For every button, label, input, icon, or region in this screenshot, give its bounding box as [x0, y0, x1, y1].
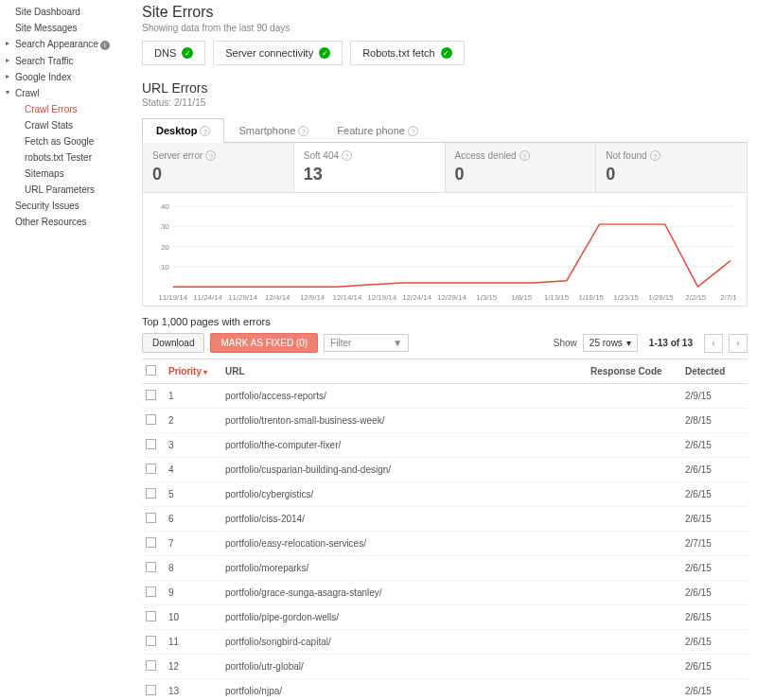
mark-fixed-button[interactable]: MARK AS FIXED (0): [210, 333, 318, 353]
row-url[interactable]: portfolio/access-reports/: [221, 384, 587, 409]
help-icon[interactable]: ?: [298, 126, 308, 136]
status-robots[interactable]: Robots.txt fetch✓: [350, 41, 464, 65]
svg-text:1/28/15: 1/28/15: [648, 293, 674, 302]
row-checkbox[interactable]: [146, 660, 156, 671]
row-url[interactable]: portfolio/cusparian-building-and-design/: [221, 458, 587, 482]
table-row[interactable]: 2 portfolio/trenton-small-business-week/…: [142, 409, 748, 433]
nav-search-appearance[interactable]: Search Appearancei: [0, 36, 132, 53]
table-row[interactable]: 9 portfolio/grace-sunga-asagra-stanley/ …: [142, 581, 748, 605]
nav-other-resources[interactable]: Other Resources: [0, 214, 132, 230]
row-url[interactable]: portfolio/grace-sunga-asagra-stanley/: [221, 581, 587, 605]
table-row[interactable]: 12 portfolio/utr-global/ 2/6/15: [142, 655, 748, 679]
stat-access-denied[interactable]: Access denied? 0: [446, 143, 597, 192]
table-row[interactable]: 10 portfolio/pipe-gordon-wells/ 2/6/15: [142, 605, 748, 630]
tab-desktop[interactable]: Desktop?: [142, 118, 224, 143]
nav-url-parameters[interactable]: URL Parameters: [0, 182, 132, 198]
col-url[interactable]: URL: [221, 359, 587, 384]
help-icon[interactable]: ?: [519, 150, 530, 161]
svg-text:20: 20: [161, 243, 169, 252]
nav-fetch-google[interactable]: Fetch as Google: [0, 133, 132, 149]
prev-page-button[interactable]: ‹: [704, 334, 723, 353]
row-url[interactable]: portfolio/moreparks/: [221, 556, 587, 581]
svg-text:40: 40: [161, 202, 169, 211]
nav-google-index[interactable]: Google Index: [0, 69, 132, 85]
row-detected: 2/6/15: [681, 581, 748, 605]
row-checkbox[interactable]: [146, 537, 156, 548]
row-detected: 2/8/15: [681, 409, 748, 433]
table-row[interactable]: 3 portfolio/the-computer-fixer/ 2/6/15: [142, 433, 748, 458]
row-url[interactable]: portfolio/the-computer-fixer/: [221, 433, 587, 458]
row-url[interactable]: portfolio/ciss-2014/: [221, 507, 587, 532]
nav-site-messages[interactable]: Site Messages: [0, 20, 132, 36]
help-icon[interactable]: ?: [200, 126, 210, 136]
table-row[interactable]: 6 portfolio/ciss-2014/ 2/6/15: [142, 507, 748, 532]
row-response: [587, 630, 681, 655]
status-server[interactable]: Server connectivity✓: [213, 41, 343, 65]
row-detected: 2/6/15: [681, 482, 748, 507]
row-response: [587, 679, 681, 701]
table-row[interactable]: 4 portfolio/cusparian-building-and-desig…: [142, 458, 748, 482]
row-url[interactable]: portfolio/utr-global/: [221, 655, 587, 679]
row-checkbox[interactable]: [146, 488, 156, 499]
row-detected: 2/6/15: [681, 556, 748, 581]
sidebar: Site Dashboard Site Messages Search Appe…: [0, 0, 132, 700]
filter-input[interactable]: Filter▼: [324, 334, 409, 352]
table-row[interactable]: 13 portfolio/njpa/ 2/6/15: [142, 679, 748, 701]
row-checkbox[interactable]: [146, 414, 156, 425]
svg-text:12/9/14: 12/9/14: [300, 293, 326, 302]
stat-soft-404[interactable]: Soft 404? 13: [294, 143, 446, 192]
row-checkbox[interactable]: [146, 464, 156, 474]
row-checkbox[interactable]: [146, 562, 156, 572]
download-button[interactable]: Download: [142, 333, 204, 353]
tab-smartphone[interactable]: Smartphone?: [224, 118, 323, 143]
nav-crawl[interactable]: Crawl: [0, 85, 132, 101]
table-row[interactable]: 8 portfolio/moreparks/ 2/6/15: [142, 556, 748, 581]
nav-search-traffic[interactable]: Search Traffic: [0, 53, 132, 69]
row-url[interactable]: portfolio/pipe-gordon-wells/: [221, 605, 587, 630]
row-url[interactable]: portfolio/njpa/: [221, 679, 587, 701]
table-row[interactable]: 11 portfolio/songbird-capital/ 2/6/15: [142, 630, 748, 655]
table-row[interactable]: 7 portfolio/easy-relocation-services/ 2/…: [142, 532, 748, 556]
row-url[interactable]: portfolio/cybergistics/: [221, 482, 587, 507]
help-icon[interactable]: ?: [650, 150, 660, 161]
nav-crawl-errors[interactable]: Crawl Errors: [0, 101, 132, 117]
chart-svg: 1020304011/19/1411/24/1411/29/1412/4/141…: [152, 202, 737, 302]
row-checkbox[interactable]: [146, 685, 156, 695]
nav-robots-tester[interactable]: robots.txt Tester: [0, 149, 132, 166]
table-row[interactable]: 5 portfolio/cybergistics/ 2/6/15: [142, 482, 748, 507]
col-priority[interactable]: Priority: [168, 366, 202, 376]
help-icon[interactable]: ?: [342, 150, 352, 161]
help-icon[interactable]: ?: [408, 126, 418, 136]
row-url[interactable]: portfolio/easy-relocation-services/: [221, 532, 587, 556]
col-detected[interactable]: Detected: [681, 359, 748, 384]
select-all-checkbox[interactable]: [146, 365, 156, 376]
nav-site-dashboard[interactable]: Site Dashboard: [0, 4, 132, 20]
row-checkbox[interactable]: [146, 513, 156, 523]
status-dns[interactable]: DNS✓: [142, 41, 205, 65]
nav-security-issues[interactable]: Security Issues: [0, 198, 132, 214]
stat-not-found[interactable]: Not found? 0: [596, 143, 747, 192]
stats-row: Server error? 0 Soft 404? 13 Access deni…: [142, 143, 748, 193]
table-title: Top 1,000 pages with errors: [142, 316, 748, 327]
url-errors-status: Status: 2/11/15: [142, 97, 748, 108]
rows-select[interactable]: 25 rows▾: [583, 334, 638, 352]
nav-sitemaps[interactable]: Sitemaps: [0, 166, 132, 182]
next-page-button[interactable]: ›: [729, 334, 748, 353]
row-checkbox[interactable]: [146, 586, 156, 597]
row-checkbox[interactable]: [146, 636, 156, 646]
row-checkbox[interactable]: [146, 439, 156, 449]
stat-server-error[interactable]: Server error? 0: [143, 143, 294, 192]
row-response: [587, 581, 681, 605]
help-icon[interactable]: ?: [205, 150, 216, 161]
row-checkbox[interactable]: [146, 390, 156, 400]
col-response[interactable]: Response Code: [587, 359, 681, 384]
row-url[interactable]: portfolio/songbird-capital/: [221, 630, 587, 655]
row-priority: 13: [165, 679, 221, 701]
sort-arrow-icon: ▾: [203, 368, 207, 376]
table-row[interactable]: 1 portfolio/access-reports/ 2/9/15: [142, 384, 748, 409]
nav-crawl-stats[interactable]: Crawl Stats: [0, 117, 132, 133]
svg-text:30: 30: [161, 222, 169, 231]
tab-feature-phone[interactable]: Feature phone?: [323, 118, 432, 143]
row-checkbox[interactable]: [146, 611, 156, 621]
row-url[interactable]: portfolio/trenton-small-business-week/: [221, 409, 587, 433]
